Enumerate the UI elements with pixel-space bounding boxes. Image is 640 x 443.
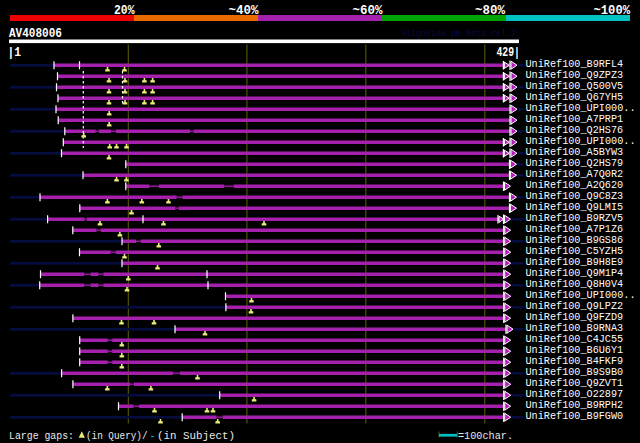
svg-text:UniRef100_Q2HS79: UniRef100_Q2HS79 [526, 158, 624, 169]
svg-text:UniRef100_B9RFL4: UniRef100_B9RFL4 [526, 59, 624, 70]
svg-text:Large gaps:: Large gaps: [9, 431, 74, 442]
svg-text:-: - [150, 431, 156, 442]
svg-text:UniRef100_B6U6Y1: UniRef100_B6U6Y1 [526, 345, 624, 356]
svg-text:UniRef100_C5YZH5: UniRef100_C5YZH5 [526, 246, 624, 257]
svg-text:UniRef100_Q9ZPZ3: UniRef100_Q9ZPZ3 [526, 70, 624, 81]
svg-text:UniRef100_Q9FZD9: UniRef100_Q9FZD9 [526, 312, 624, 323]
svg-text:UniRef100_O22897: UniRef100_O22897 [526, 389, 624, 400]
svg-text:UniRef100_B9RNA3: UniRef100_B9RNA3 [526, 323, 624, 334]
svg-text:UniRef100_Q8H0V4: UniRef100_Q8H0V4 [526, 279, 624, 290]
svg-text:=100char.: =100char. [458, 431, 513, 442]
svg-text:429|: 429| [497, 46, 521, 60]
svg-text:UniRef100_Q500V5: UniRef100_Q500V5 [526, 81, 624, 92]
svg-text:AV408006: AV408006 [9, 26, 62, 41]
svg-text:UniRef100_Q9LPZ2: UniRef100_Q9LPZ2 [526, 301, 624, 312]
svg-text:~80%: ~80% [475, 3, 505, 18]
svg-text:UniRef100_UPI000..: UniRef100_UPI000.. [526, 103, 636, 114]
svg-text:UniRef100_Q67YH5: UniRef100_Q67YH5 [526, 92, 624, 103]
svg-text:UniRef100_A7PRP1: UniRef100_A7PRP1 [526, 114, 624, 125]
svg-text:UniRef100_B9GS86: UniRef100_B9GS86 [526, 235, 624, 246]
svg-text:~40%: ~40% [229, 3, 259, 18]
svg-text:UniRef100_UPI000..: UniRef100_UPI000.. [526, 290, 636, 301]
svg-text:UniRef100_B9S9B0: UniRef100_B9S9B0 [526, 367, 624, 378]
svg-text:UniRef100_C4JC55: UniRef100_C4JC55 [526, 334, 624, 345]
svg-text:(in Subject): (in Subject) [157, 431, 235, 442]
svg-text:UniRef100_A5BYW3: UniRef100_A5BYW3 [526, 147, 624, 158]
svg-text:UniRef100_B9H8E9: UniRef100_B9H8E9 [526, 257, 624, 268]
svg-text:UniRef100_A2Q620: UniRef100_A2Q620 [526, 180, 624, 191]
svg-text:UniRef100_B9RPH2: UniRef100_B9RPH2 [526, 400, 624, 411]
svg-text:20%: 20% [114, 3, 135, 18]
svg-text:UniRef100_B9FGW0: UniRef100_B9FGW0 [526, 411, 624, 422]
svg-text:UniRef100_UPI000..: UniRef100_UPI000.. [526, 136, 636, 147]
svg-text:~60%: ~60% [353, 3, 383, 18]
svg-text:UniRef100_Q9ZVT1: UniRef100_Q9ZVT1 [526, 378, 624, 389]
svg-text:UniRef100_A7P1Z6: UniRef100_A7P1Z6 [526, 224, 624, 235]
svg-text:UniRef100_Q2HS76: UniRef100_Q2HS76 [526, 125, 624, 136]
svg-text:UniRef100_Q9C8Z3: UniRef100_Q9C8Z3 [526, 191, 624, 202]
svg-text:UniRef100_A7Q0R2: UniRef100_A7Q0R2 [526, 169, 624, 180]
svg-text:UniRef100_B4FKF9: UniRef100_B4FKF9 [526, 356, 624, 367]
svg-text:~100%: ~100% [594, 3, 631, 18]
svg-text:UniRef100_Q9LMI5: UniRef100_Q9LMI5 [526, 202, 624, 213]
svg-text:UniRef100_B9RZV5: UniRef100_B9RZV5 [526, 213, 624, 224]
svg-text:UniRef100_Q9M1P4: UniRef100_Q9M1P4 [526, 268, 624, 279]
svg-text:AlignView.pm Beta rel.7: AlignView.pm Beta rel.7 [401, 28, 516, 39]
svg-text:(in Query)/: (in Query)/ [86, 431, 148, 442]
svg-text:|1: |1 [8, 46, 22, 60]
